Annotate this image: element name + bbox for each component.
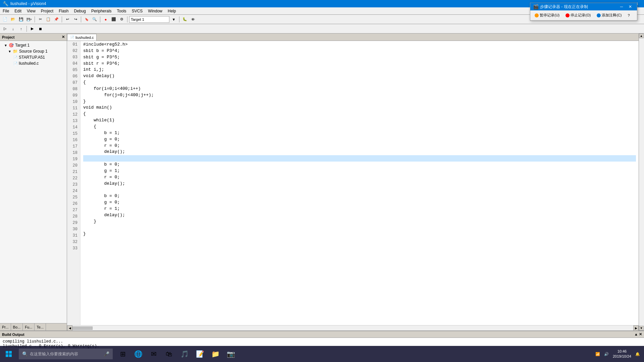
- mic-icon[interactable]: 🎤: [104, 351, 109, 357]
- stop-run-button[interactable]: ⏹: [37, 25, 44, 33]
- code-line-16: g = 0;: [83, 137, 120, 142]
- code-area: 📄 liushuiled.c 0102030405060708091011121…: [67, 34, 639, 330]
- taskbar-app-explorer[interactable]: 📁: [208, 347, 223, 361]
- save-button[interactable]: 💾: [17, 16, 25, 23]
- horizontal-scrollbar[interactable]: ◀ ▶: [67, 325, 639, 330]
- tree-label-sourcegroup1: Source Group 1: [19, 49, 48, 54]
- t2-sep1: [26, 26, 27, 32]
- stop-recording-button[interactable]: 停止记录(O): [563, 12, 593, 19]
- scroll-thumb[interactable]: [72, 326, 93, 330]
- find-button[interactable]: 🔍: [91, 16, 98, 23]
- debug-button[interactable]: 🐛: [181, 16, 189, 23]
- scroll-down-arrow[interactable]: ▼: [639, 326, 644, 330]
- line-number-17: 17: [70, 143, 77, 150]
- menu-item-window[interactable]: Window: [145, 7, 165, 14]
- code-line-28: delay();: [83, 213, 125, 218]
- code-tab-main[interactable]: 📄 liushuiled.c: [67, 34, 97, 41]
- new-button[interactable]: 📄: [1, 16, 9, 23]
- main-area: Project ✕ ▼ 🎯 Target 1 ▼ 📁 Source Group …: [0, 34, 644, 330]
- menu-item-view[interactable]: View: [24, 7, 38, 14]
- recording-close-button[interactable]: ✕: [626, 3, 634, 10]
- tab-templates[interactable]: Te...: [35, 323, 46, 330]
- tree-item-target1[interactable]: ▼ 🎯 Target 1: [3, 42, 67, 48]
- recording-minimize-button[interactable]: ─: [618, 3, 626, 10]
- line-number-09: 09: [70, 93, 77, 99]
- tree-item-sourcegroup1[interactable]: ▼ 📁 Source Group 1: [7, 48, 67, 54]
- stop-button[interactable]: ⬛: [110, 16, 117, 23]
- taskbar-app-camera[interactable]: 📷: [223, 347, 238, 361]
- copy-button[interactable]: 📋: [45, 16, 52, 23]
- recording-app-icon: 🎬: [533, 4, 539, 9]
- cut-button[interactable]: ✂: [37, 16, 44, 23]
- build-button[interactable]: ●: [102, 16, 109, 23]
- code-line-03: sbit g = P3^5;: [83, 55, 120, 60]
- taskbar-search[interactable]: 🔍 在这里输入你要搜索的内容 🎤: [19, 349, 113, 359]
- build-controls[interactable]: ▲ ✕: [634, 332, 642, 337]
- code-line-13: while(1): [83, 118, 115, 123]
- code-line-07: {: [83, 80, 86, 85]
- line-number-06: 06: [70, 73, 77, 80]
- toolbar2: ▷ ↓ ↑ ▶ ⏹: [0, 24, 644, 34]
- save-all-button[interactable]: 💾+: [25, 16, 33, 23]
- panel-tabs: Pr... Bo... Fu... Te...: [0, 323, 67, 330]
- tab-project[interactable]: Pr...: [0, 323, 11, 330]
- step-over[interactable]: ▷: [1, 25, 9, 33]
- scroll-up-arrow[interactable]: ▲: [639, 34, 644, 38]
- recording-toolbar: 暂停记录(U) 停止记录(O) 添加注释(C) ?: [530, 10, 637, 20]
- redo-button[interactable]: ↪: [72, 16, 79, 23]
- tab-functions[interactable]: Fu...: [23, 323, 35, 330]
- step-out[interactable]: ↑: [17, 25, 25, 33]
- add-note-button[interactable]: 添加注释(C): [594, 12, 624, 19]
- open-button[interactable]: 📂: [9, 16, 17, 23]
- menu-item-debug[interactable]: Debug: [71, 7, 89, 14]
- taskbar-app-task-view[interactable]: ⊞: [115, 347, 130, 361]
- paste-button[interactable]: 📌: [53, 16, 60, 23]
- menu-item-file[interactable]: File: [0, 7, 12, 14]
- code-line-25: b = 0;: [83, 193, 120, 198]
- network-icon: 📶: [595, 352, 600, 356]
- undo-button[interactable]: ↩: [64, 16, 71, 23]
- code-line-22: r = 0;: [83, 175, 120, 180]
- taskbar-app-store[interactable]: 🛍: [162, 347, 176, 361]
- line-number-24: 24: [70, 188, 77, 194]
- menu-item-peripherals[interactable]: Peripherals: [89, 7, 114, 14]
- bookmark-button[interactable]: 🔖: [83, 16, 90, 23]
- view-button[interactable]: 👁: [189, 16, 197, 23]
- taskbar-app-ie[interactable]: 🌐: [131, 347, 146, 361]
- code-content[interactable]: #include<reg52.h> sbit b = P3^4; sbit g …: [80, 41, 639, 325]
- help-button[interactable]: ?: [625, 12, 632, 18]
- target-selector[interactable]: Target 1: [129, 16, 169, 23]
- target-options-button[interactable]: ⚙: [118, 16, 125, 23]
- vertical-scrollbar[interactable]: ▲ ▼: [639, 34, 644, 330]
- menu-item-edit[interactable]: Edit: [12, 7, 24, 14]
- scroll-right-arrow[interactable]: ▶: [633, 325, 639, 331]
- pause-recording-button[interactable]: 暂停记录(U): [532, 12, 562, 19]
- start-button[interactable]: [0, 346, 17, 362]
- menu-item-help[interactable]: Help: [165, 7, 179, 14]
- code-line-26: g = 0;: [83, 200, 120, 205]
- scroll-left-arrow[interactable]: ◀: [67, 325, 72, 331]
- svg-rect-0: [6, 351, 8, 354]
- code-line-15: b = 1;: [83, 130, 120, 135]
- menu-item-project[interactable]: Project: [38, 7, 56, 14]
- separator5: [127, 16, 127, 22]
- menu-item-svcs[interactable]: SVCS: [129, 7, 146, 14]
- taskbar-app-mail[interactable]: ✉: [146, 347, 161, 361]
- tree-item-startup[interactable]: 📄 STARTUP.A51: [12, 54, 67, 60]
- project-panel-controls[interactable]: ✕: [62, 35, 65, 39]
- notification-icon[interactable]: 🔔: [635, 352, 640, 356]
- tab-books[interactable]: Bo...: [11, 323, 23, 330]
- target-dropdown[interactable]: ▼: [170, 16, 177, 23]
- menu-item-tools[interactable]: Tools: [114, 7, 129, 14]
- run-button[interactable]: ▶: [29, 25, 36, 33]
- taskbar-app-notes[interactable]: 📝: [193, 347, 207, 361]
- menu-item-flash[interactable]: Flash: [56, 7, 71, 14]
- taskbar-app-music[interactable]: 🎵: [177, 347, 192, 361]
- line-number-11: 11: [70, 105, 77, 112]
- step-in[interactable]: ↓: [9, 25, 17, 33]
- code-line-10: }: [83, 99, 86, 104]
- tree-item-main-c[interactable]: 📄 liushuiled.c: [12, 60, 67, 66]
- line-number-18: 18: [70, 150, 77, 156]
- separator3: [81, 16, 81, 22]
- code-editor[interactable]: 0102030405060708091011121314151617181920…: [67, 41, 639, 325]
